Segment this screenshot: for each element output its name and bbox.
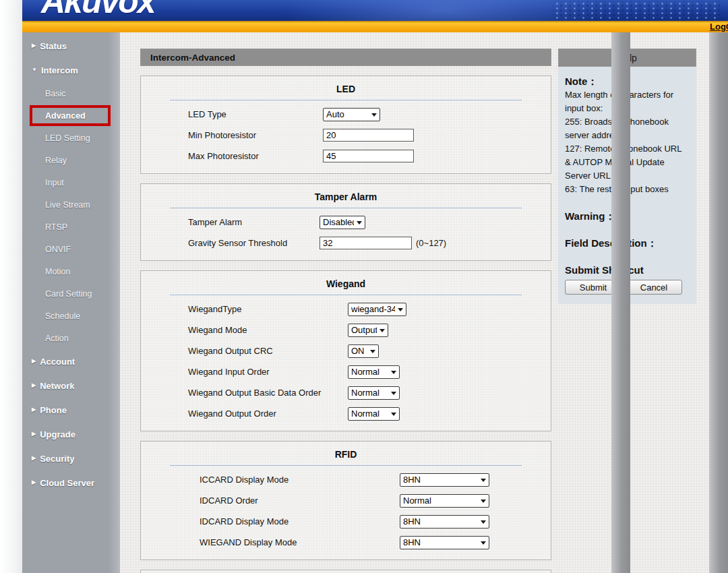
sidebar-item-basic[interactable]: Basic xyxy=(22,82,120,104)
sidebar-item-onvif[interactable]: ONVIF xyxy=(22,238,120,260)
section-divider xyxy=(170,100,522,100)
form-row: Wiegand Output CRC ON xyxy=(141,340,551,361)
sidebar-item-intercom[interactable]: ▼ Intercom xyxy=(22,58,120,82)
sidebar-item-phone[interactable]: ▶ Phone xyxy=(22,398,120,422)
sidebar-item-input[interactable]: Input xyxy=(22,171,120,193)
sidebar-item-label: Advanced xyxy=(45,111,86,121)
arrow-right-icon: ▶ xyxy=(32,431,36,437)
max-photoresistor-input[interactable] xyxy=(323,150,414,162)
site: Akuvox LogOut ▶ Status ▼ Intercom xyxy=(22,0,728,573)
arrow-right-icon: ▶ xyxy=(32,455,36,461)
section-title: Wiegand xyxy=(141,271,551,289)
min-photoresistor-input[interactable] xyxy=(323,129,414,142)
sidebar-item-schedule[interactable]: Schedule xyxy=(22,305,120,327)
sidebar: ▶ Status ▼ Intercom Basic Advanced LED S xyxy=(22,32,120,573)
gravity-sensor-threshold-input[interactable] xyxy=(320,237,412,249)
led-type-select[interactable]: Auto xyxy=(323,108,380,121)
sidebar-item-security[interactable]: ▶ Security xyxy=(22,446,120,471)
range-hint: (0~127) xyxy=(416,238,446,248)
form-row: Min Photoresistor xyxy=(141,125,551,146)
sidebar-item-cloud-server[interactable]: ▶ Cloud Server xyxy=(22,471,120,495)
left-gutter xyxy=(0,0,22,573)
field-label: Gravity Sensor Threshold xyxy=(188,238,320,248)
wiegand-output-order-select[interactable]: Normal xyxy=(348,407,400,421)
sidebar-item-label: Basic xyxy=(45,89,66,98)
field-label: LED Type xyxy=(188,109,323,119)
sidebar-item-label: Status xyxy=(40,41,67,51)
banner-dot-pattern xyxy=(553,1,721,20)
field-label: Max Photoresistor xyxy=(188,151,323,161)
sidebar-item-motion[interactable]: Motion xyxy=(22,260,120,282)
idcard-order-select[interactable]: Normal xyxy=(400,494,489,508)
sidebar-item-action[interactable]: Action xyxy=(22,327,120,349)
arrow-down-icon: ▼ xyxy=(32,67,37,73)
sidebar-item-label: Phone xyxy=(40,405,67,415)
field-label: Wiegand Output Basic Data Order xyxy=(188,388,348,398)
sidebar-item-upgrade[interactable]: ▶ Upgrade xyxy=(22,422,120,446)
sidebar-item-status[interactable]: ▶ Status xyxy=(22,34,120,58)
sidebar-item-label: Schedule xyxy=(45,311,80,321)
form-row: Wiegand Output Order Normal xyxy=(141,403,551,424)
form-row: WiegandType wiegand-34 xyxy=(141,299,551,320)
field-label: Tamper Alarm xyxy=(188,217,320,227)
sidebar-item-label: RTSP xyxy=(45,222,67,232)
sidebar-item-label: Account xyxy=(40,357,75,367)
section-divider xyxy=(170,208,522,208)
iccard-display-mode-select[interactable]: 8HN xyxy=(400,473,489,487)
sidebar-item-advanced[interactable]: Advanced xyxy=(22,104,120,127)
tamper-alarm-select[interactable]: Disabled xyxy=(320,216,365,229)
wiegand-type-select[interactable]: wiegand-34 xyxy=(348,303,406,316)
form-row: IDCARD Display Mode 8HN xyxy=(141,511,551,532)
sidebar-item-label: Security xyxy=(40,454,74,464)
field-label: Wiegand Output CRC xyxy=(188,346,348,356)
section-divider xyxy=(170,465,522,466)
sidebar-item-rtsp[interactable]: RTSP xyxy=(22,216,120,238)
field-label: IDCARD Display Mode xyxy=(200,516,400,526)
section-title: Remote Debug Server xyxy=(141,570,551,573)
sidebar-item-label: Input xyxy=(45,178,64,187)
sidebar-item-card-setting[interactable]: Card Setting xyxy=(22,282,120,305)
arrow-right-icon: ▶ xyxy=(32,42,36,49)
cancel-button[interactable]: Cancel xyxy=(626,280,682,295)
page-title: Intercom-Advanced xyxy=(140,49,551,66)
form-row: Max Photoresistor xyxy=(141,146,551,167)
top-banner: Akuvox xyxy=(22,0,728,21)
sidebar-item-live-stream[interactable]: Live Stream xyxy=(22,193,120,216)
wiegand-display-mode-select[interactable]: 8HN xyxy=(400,536,489,549)
sidebar-item-network[interactable]: ▶ Network xyxy=(22,373,120,398)
sidebar-item-label: Motion xyxy=(45,267,71,276)
main-column: Intercom-Advanced LED LED Type Auto Min … xyxy=(140,32,551,573)
wiegand-output-crc-select[interactable]: ON xyxy=(348,344,379,358)
section-wiegand: Wiegand WiegandType wiegand-34 Wiegand M… xyxy=(140,270,551,431)
form-row: Wiegand Output Basic Data Order Normal xyxy=(141,382,551,403)
sidebar-item-label: Cloud Server xyxy=(40,478,94,488)
section-title: Tamper Alarm xyxy=(141,184,551,202)
sidebar-item-label: Upgrade xyxy=(40,429,75,440)
sidebar-item-led-setting[interactable]: LED Setting xyxy=(22,127,120,149)
field-label: Wiegand Output Order xyxy=(188,409,348,419)
section-divider xyxy=(170,295,522,295)
wiegand-output-basic-data-order-select[interactable]: Normal xyxy=(348,386,400,400)
field-label: WIEGAND Display Mode xyxy=(200,537,400,547)
content-area: ▶ Status ▼ Intercom Basic Advanced LED S xyxy=(22,32,709,573)
wiegand-mode-select[interactable]: Output xyxy=(348,324,388,337)
wiegand-input-order-select[interactable]: Normal xyxy=(348,365,400,379)
sidebar-item-label: Live Stream xyxy=(45,200,90,210)
field-label: Wiegand Input Order xyxy=(188,367,348,377)
field-label: WiegandType xyxy=(188,304,348,314)
akuvox-logo: Akuvox xyxy=(41,0,155,21)
form-row: WIEGAND Display Mode 8HN xyxy=(141,532,551,553)
sidebar-item-account[interactable]: ▶ Account xyxy=(22,349,120,373)
field-label: Min Photoresistor xyxy=(188,130,323,140)
sidebar-item-label: Action xyxy=(45,334,69,343)
arrow-right-icon: ▶ xyxy=(32,479,36,485)
sidebar-item-relay[interactable]: Relay xyxy=(22,149,120,171)
sidebar-item-label: Network xyxy=(40,381,74,391)
page: Akuvox LogOut ▶ Status ▼ Intercom xyxy=(0,0,728,573)
logout-link[interactable]: LogOut xyxy=(710,22,728,32)
form-row: Gravity Sensor Threshold (0~127) xyxy=(141,233,551,253)
section-rfid: RFID ICCARD Display Mode 8HN IDCARD Orde… xyxy=(140,441,551,560)
idcard-display-mode-select[interactable]: 8HN xyxy=(400,515,489,529)
section-remote-debug-server: Remote Debug Server xyxy=(140,570,551,573)
section-tamper-alarm: Tamper Alarm Tamper Alarm Disabled Gravi… xyxy=(140,183,551,261)
